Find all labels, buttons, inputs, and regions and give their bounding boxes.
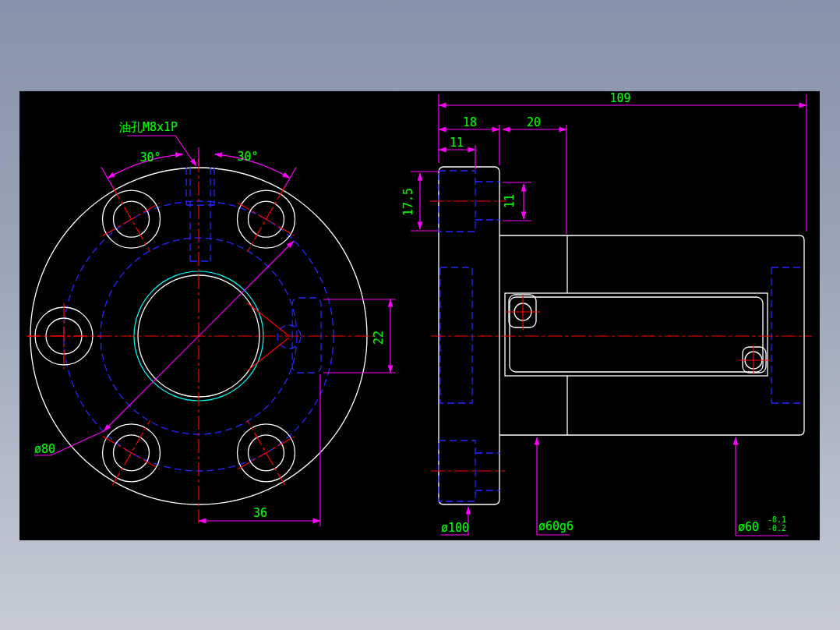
body-outline (499, 235, 804, 435)
bore-hidden-lines (440, 267, 804, 403)
dim-11-dia: 11 (503, 182, 531, 221)
dim-label-d60-tol-lower: -0.2 (768, 524, 786, 533)
dim-label-d60-tol-upper: -0.1 (768, 515, 786, 524)
dim-d100: ø100 (440, 507, 469, 535)
dim-label-angle-left: 30° (139, 150, 161, 165)
dim-label-11-dia: 11 (503, 194, 517, 208)
dim-18-20: 18 20 (439, 115, 566, 234)
keyway-hidden (248, 298, 321, 373)
bolt-hole-240 (103, 420, 161, 485)
dim-bolt-circle: ø80 (34, 241, 294, 456)
dim-label-d80: ø80 (34, 442, 55, 456)
cad-drawing: ø80 30° 30° 油孔M8x1P 22 36 (19, 91, 820, 540)
dim-label-22: 22 (372, 331, 386, 345)
dim-d60g6: ø60g6 (537, 437, 574, 535)
dim-label-20: 20 (527, 115, 541, 129)
bolt-hole-60 (238, 187, 295, 252)
dim-label-d60g6: ø60g6 (538, 519, 574, 533)
dim-d60-tol: ø60 -0.1 -0.2 (736, 437, 789, 536)
dim-label-109: 109 (609, 91, 630, 105)
dim-109: 109 (439, 91, 806, 232)
dim-label-17-5: 17.5 (401, 188, 415, 216)
dim-label-36: 36 (253, 506, 267, 520)
dim-label-11-depth: 11 (450, 136, 464, 150)
cad-drawing-canvas[interactable]: ø80 30° 30° 油孔M8x1P 22 36 (19, 91, 820, 540)
side-view: 109 18 20 11 17.5 11 (401, 91, 812, 536)
oil-hole-hidden-lines (186, 168, 214, 261)
side-centerlines (430, 201, 812, 471)
oil-hole-label: 油孔M8x1P (119, 120, 178, 134)
bolt-hole-180 (26, 303, 101, 369)
bolt-hole-120 (103, 187, 161, 252)
front-view: ø80 30° 30° 油孔M8x1P 22 36 (26, 120, 396, 526)
slot-outline (505, 293, 770, 376)
dim-label-18: 18 (463, 115, 477, 129)
dim-11-depth: 11 (439, 136, 475, 169)
bolt-hole-300 (238, 420, 295, 485)
dim-label-angle-right: 30° (237, 150, 258, 164)
dim-label-d60: ø60 (738, 520, 759, 534)
dim-label-d100: ø100 (441, 521, 469, 535)
